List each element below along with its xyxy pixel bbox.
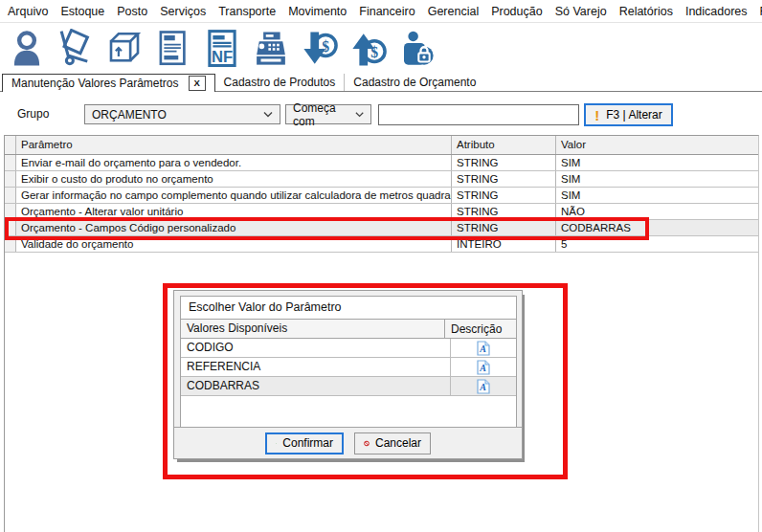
package-toolbar-button[interactable] bbox=[102, 26, 146, 72]
tab-label: Cadastro de Orçamento bbox=[353, 76, 476, 89]
cell-parametro: Orçamento - Alterar valor unitário bbox=[16, 204, 452, 219]
menu-so-varejo[interactable]: Só Varejo bbox=[555, 5, 607, 18]
column-header-valores-disponiveis: Valores Disponíveis bbox=[181, 320, 444, 338]
cell-valor: SIM bbox=[556, 155, 758, 170]
dialog-cell-value: CODBARRAS bbox=[181, 377, 450, 395]
dialog-cell-value: CODIGO bbox=[181, 339, 450, 357]
search-input[interactable] bbox=[378, 104, 579, 125]
group-label: Grupo bbox=[17, 107, 49, 121]
dialog-title: Escolher Valor do Parâmetro bbox=[181, 297, 516, 320]
warning-exclamation-icon: ! bbox=[594, 108, 599, 122]
money-up-icon: $ bbox=[348, 29, 389, 69]
tab-cadastro-de-orcamento[interactable]: Cadastro de Orçamento bbox=[344, 74, 484, 91]
table-row[interactable]: Enviar e-mail do orçamento para o vended… bbox=[5, 155, 758, 171]
hand-truck-icon bbox=[56, 29, 96, 69]
menu-financeiro[interactable]: Financeiro bbox=[359, 5, 415, 18]
dialog-panel: Escolher Valor do Parâmetro Valores Disp… bbox=[180, 296, 517, 429]
user-toolbar-button[interactable] bbox=[5, 26, 48, 72]
table-row[interactable]: Orçamento - Alterar valor unitário STRIN… bbox=[5, 204, 758, 220]
dialog-button-strip: Confirmar Cancelar bbox=[174, 427, 522, 458]
money-up-toolbar-button[interactable]: $ bbox=[347, 26, 390, 72]
cell-parametro: Orçamento - Campos Código personalizado bbox=[16, 220, 452, 235]
dialog-row-referencia[interactable]: REFERENCIA A bbox=[181, 358, 516, 377]
menu-relatorios[interactable]: Relatórios bbox=[619, 5, 673, 18]
menu-servicos[interactable]: Serviços bbox=[160, 5, 206, 18]
cash-register-toolbar-button[interactable] bbox=[249, 26, 292, 72]
money-down-icon: $ bbox=[300, 29, 340, 69]
user-lock-icon bbox=[397, 29, 437, 69]
cancelar-button[interactable]: Cancelar bbox=[354, 432, 431, 454]
row-gutter bbox=[5, 171, 16, 187]
cell-valor: 5 bbox=[556, 236, 758, 252]
match-mode-select[interactable]: Começa com bbox=[285, 104, 371, 124]
cell-atributo: STRING bbox=[452, 188, 556, 203]
group-select[interactable]: ORÇAMENTO bbox=[84, 104, 280, 124]
cell-atributo: STRING bbox=[452, 155, 556, 170]
menu-posto[interactable]: Posto bbox=[117, 5, 147, 18]
group-select-value: ORÇAMENTO bbox=[92, 108, 167, 122]
row-gutter bbox=[5, 220, 16, 235]
menu-arquivo[interactable]: Arquivo bbox=[8, 5, 48, 18]
cell-parametro: Exibir o custo do produto no orçamento bbox=[16, 171, 452, 187]
menu-gerencial[interactable]: Gerencial bbox=[428, 5, 480, 18]
table-row[interactable]: Validade do orçamento INTEIRO 5 bbox=[5, 236, 758, 253]
text-description-icon[interactable]: A bbox=[476, 341, 491, 356]
menu-producao[interactable]: Produção bbox=[491, 5, 543, 18]
table-row-selected[interactable]: Orçamento - Campos Código personalizado … bbox=[5, 220, 758, 236]
hand-truck-toolbar-button[interactable] bbox=[54, 26, 97, 72]
cash-register-icon bbox=[251, 29, 291, 69]
column-header-parametro[interactable]: Parâmetro bbox=[16, 136, 452, 154]
menu-movimento[interactable]: Movimento bbox=[288, 5, 347, 18]
text-description-icon[interactable]: A bbox=[476, 360, 491, 375]
no-entry-icon bbox=[364, 436, 370, 451]
cell-parametro: Validade do orçamento bbox=[16, 236, 452, 252]
cell-valor: SIM bbox=[556, 188, 758, 203]
svg-text:A: A bbox=[479, 363, 486, 373]
nf-document-toolbar-button[interactable]: NF bbox=[200, 26, 243, 72]
tab-label: Cadastro de Produtos bbox=[224, 76, 336, 89]
cell-parametro: Gerar informação no campo complemento qu… bbox=[16, 188, 452, 203]
check-icon bbox=[276, 436, 277, 451]
text-description-icon[interactable]: A bbox=[476, 379, 491, 394]
dialog-row-codigo[interactable]: CODIGO A bbox=[181, 339, 516, 358]
tab-label: Manutenção Valores Parâmetros bbox=[11, 77, 179, 90]
tab-cadastro-de-produtos[interactable]: Cadastro de Produtos bbox=[215, 74, 345, 91]
user-lock-toolbar-button[interactable] bbox=[395, 26, 438, 72]
column-header-atributo[interactable]: Atributo bbox=[452, 136, 556, 154]
cell-atributo: STRING bbox=[452, 220, 556, 235]
nf-document-icon: NF bbox=[202, 29, 242, 69]
f3-alterar-label: F3 | Alterar bbox=[606, 108, 661, 122]
close-tab-button[interactable]: X bbox=[189, 76, 206, 91]
row-gutter bbox=[5, 204, 16, 219]
row-gutter bbox=[5, 236, 16, 252]
money-down-toolbar-button[interactable]: $ bbox=[298, 26, 341, 72]
cell-valor: CODBARRAS bbox=[556, 220, 758, 235]
toolbar: NF $ $ bbox=[0, 24, 762, 74]
cell-valor: NÃO bbox=[556, 204, 758, 219]
grid-header-row: Parâmetro Atributo Valor bbox=[5, 136, 758, 155]
confirmar-button[interactable]: Confirmar bbox=[265, 432, 344, 454]
svg-text:NF: NF bbox=[211, 48, 232, 66]
dialog-row-codbarras-selected[interactable]: CODBARRAS A bbox=[181, 377, 516, 396]
tabbar: Manutenção Valores Parâmetros X Cadastro… bbox=[0, 74, 762, 92]
tab-manutencao-valores-parametros[interactable]: Manutenção Valores Parâmetros X bbox=[2, 74, 215, 92]
dialog-cell-descricao: A bbox=[450, 358, 516, 376]
invoice-icon bbox=[153, 29, 193, 69]
invoice-toolbar-button[interactable] bbox=[151, 26, 194, 72]
confirmar-label: Confirmar bbox=[282, 436, 333, 450]
chevron-down-icon bbox=[263, 112, 273, 118]
chevron-down-icon bbox=[355, 112, 364, 118]
cell-valor: SIM bbox=[556, 171, 758, 187]
f3-alterar-button[interactable]: ! F3 | Alterar bbox=[584, 103, 673, 126]
escolher-valor-dialog: Escolher Valor do Parâmetro Valores Disp… bbox=[173, 290, 523, 459]
column-header-descricao: Descrição bbox=[444, 320, 516, 338]
grid-gutter-header bbox=[5, 136, 16, 154]
menu-indicadores[interactable]: Indicadores bbox=[685, 5, 748, 18]
column-header-valor[interactable]: Valor bbox=[556, 136, 758, 154]
table-row[interactable]: Gerar informação no campo complemento qu… bbox=[5, 188, 758, 204]
table-row[interactable]: Exibir o custo do produto no orçamento S… bbox=[5, 171, 758, 188]
menu-estoque[interactable]: Estoque bbox=[60, 5, 104, 18]
dialog-table-header: Valores Disponíveis Descrição bbox=[181, 320, 516, 339]
menu-transporte[interactable]: Transporte bbox=[218, 5, 276, 18]
match-mode-value: Começa com bbox=[293, 101, 355, 128]
